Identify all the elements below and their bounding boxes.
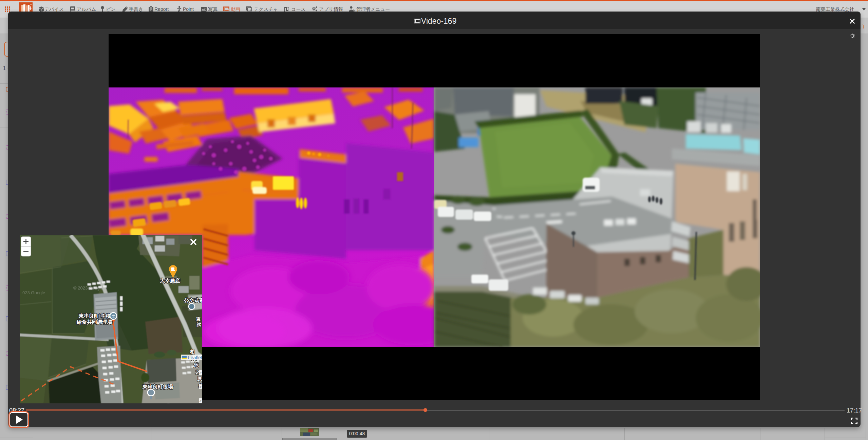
svg-text:>: > [200,371,202,375]
svg-text:東: 東 [196,317,201,322]
svg-text:池: 池 [194,362,199,368]
svg-text:>: > [200,385,202,389]
svg-text:大幸農産: 大幸農産 [160,278,180,283]
svg-text:試: 試 [196,322,201,327]
svg-text:給食共同調理場: 給食共同調理場 [76,319,112,325]
svg-text:柏: 柏 [190,349,195,354]
svg-text:© 2023 Google: © 2023 Google [73,285,103,291]
svg-text:原: 原 [197,376,202,381]
svg-text:023 Google: 023 Google [22,290,45,295]
svg-text:>: > [200,399,202,403]
svg-text:Leaflet: Leaflet [188,355,202,360]
svg-text:公文式東: 公文式東 [184,297,202,303]
svg-text:東串良町役場: 東串良町役場 [142,384,173,389]
svg-text:文: 文 [112,314,115,318]
svg-text:東串良町 学校: 東串良町 学校 [78,313,111,319]
